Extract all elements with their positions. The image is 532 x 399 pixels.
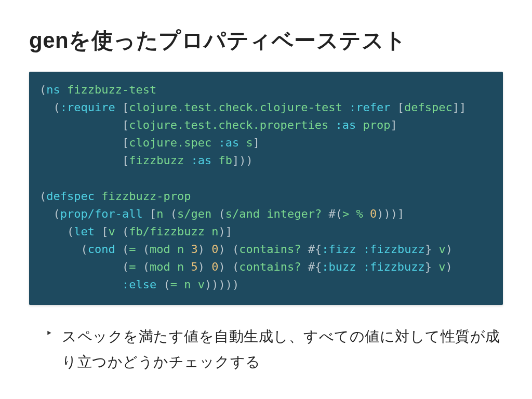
bullet-marker-icon: ‣ <box>46 327 52 340</box>
bullet-list: ‣ スペックを満たす値を自動生成し、すべての値に対して性質が成り立つかどうかチェ… <box>29 324 503 375</box>
bullet-item: ‣ スペックを満たす値を自動生成し、すべての値に対して性質が成り立つかどうかチェ… <box>46 324 503 375</box>
slide: genを使ったプロパティベーステスト (ns fizzbuzz-test (:r… <box>0 0 532 399</box>
bullet-text: スペックを満たす値を自動生成し、すべての値に対して性質が成り立つかどうかチェック… <box>62 324 503 375</box>
code-block: (ns fizzbuzz-test (:require [clojure.tes… <box>29 72 503 305</box>
slide-title: genを使ったプロパティベーステスト <box>29 26 503 55</box>
